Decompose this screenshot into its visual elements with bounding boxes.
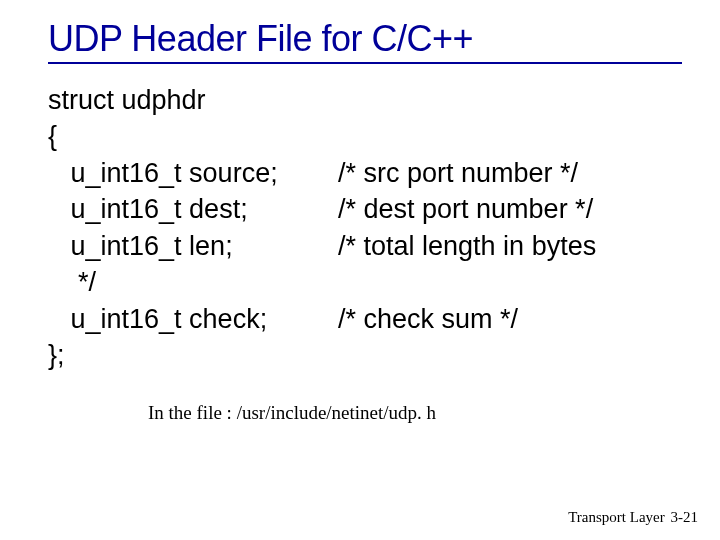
member-decl: u_int16_t dest; (48, 191, 338, 227)
member-comment: /* dest port number */ (338, 191, 682, 227)
file-location-note: In the file : /usr/include/netinet/udp. … (148, 402, 682, 424)
code-line: }; (48, 337, 682, 373)
member-comment: /* src port number */ (338, 155, 682, 191)
page-title: UDP Header File for C/C++ (48, 18, 682, 64)
member-decl: u_int16_t source; (48, 155, 338, 191)
footer-page: 3-21 (671, 509, 699, 525)
code-line: { (48, 118, 682, 154)
member-decl: u_int16_t check; (48, 301, 338, 337)
code-line: */ (48, 264, 682, 300)
code-line: struct udphdr (48, 82, 682, 118)
code-line: u_int16_t dest; /* dest port number */ (48, 191, 682, 227)
member-comment: /* check sum */ (338, 301, 682, 337)
code-line: u_int16_t len; /* total length in bytes (48, 228, 682, 264)
member-decl: u_int16_t len; (48, 228, 338, 264)
code-block: struct udphdr { u_int16_t source; /* src… (48, 82, 682, 374)
code-line: u_int16_t check; /* check sum */ (48, 301, 682, 337)
slide-footer: Transport Layer 3-21 (568, 509, 698, 526)
member-comment: /* total length in bytes (338, 228, 682, 264)
footer-label: Transport Layer (568, 509, 665, 525)
code-line: u_int16_t source; /* src port number */ (48, 155, 682, 191)
